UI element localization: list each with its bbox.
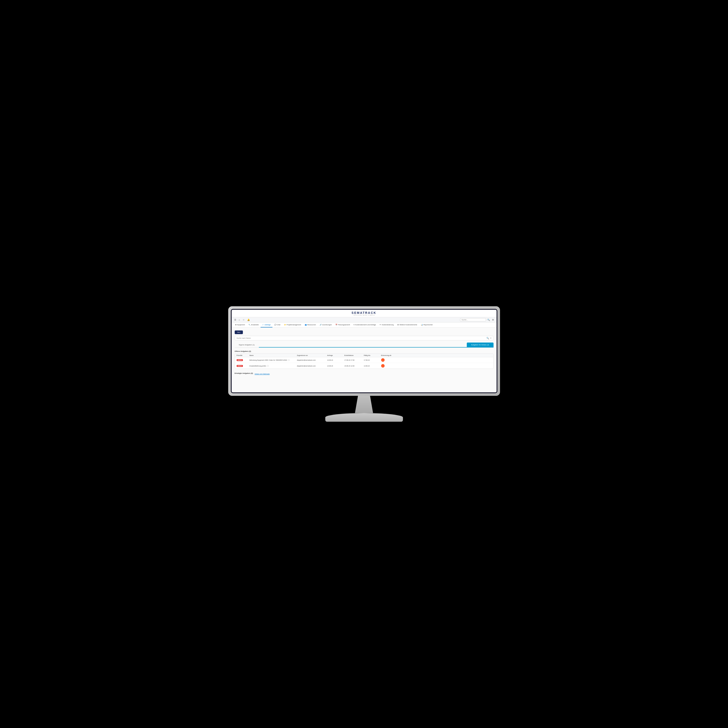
new-button[interactable]: Neu: [235, 330, 243, 334]
nav-item-weitere[interactable]: ⊞ Weitere Kostenelemente: [396, 323, 419, 327]
col-request: Anfrage: [327, 355, 344, 356]
table-row[interactable]: HOCH Ersatzteillieferung prüfen ⓘ dispat…: [235, 363, 493, 369]
info-icon-2: ⓘ: [267, 365, 269, 367]
tab-eigene-label: Eigene Aufgaben (1): [239, 344, 255, 346]
nav-label-reportcenter: Reportcenter: [424, 324, 433, 326]
row1-request: 14.06.24: [327, 359, 344, 361]
row1-due: 17.06.24: [364, 359, 381, 361]
logo-name: SEMATRACK: [352, 311, 376, 315]
nav-label-projekt: Projektmanagement: [287, 324, 301, 326]
kostenänd-icon: ✏: [380, 324, 381, 326]
report-icon: 📊: [421, 324, 423, 326]
nav-label-planungsansicht: Planungsansicht: [338, 324, 350, 326]
auftraege-icon: ✓: [262, 324, 264, 326]
bell-button[interactable]: 🔔: [246, 318, 251, 321]
row1-priority: HOCH: [237, 359, 249, 361]
chat-icon: 💬: [274, 324, 276, 326]
logo-subtitle: TRACKING MADE SIMPLE: [353, 315, 375, 316]
row2-priority: HOCH: [237, 365, 249, 367]
monitor-screen: SEMATRACK TRACKING MADE SIMPLE ☰ ⌂ ☆ 🔔 🔍: [232, 310, 497, 392]
open-section-title: Offene Aufgaben (2): [235, 350, 494, 352]
search-bar: 🔍 ✕: [235, 336, 494, 340]
nav-label-ersatzteile: Ersatzteile: [251, 324, 258, 326]
weitere-icon: ⊞: [397, 324, 399, 326]
nav-item-chat[interactable]: 💬 Chat: [273, 323, 282, 327]
priority-badge-hoch-1: HOCH: [237, 359, 243, 361]
nav-item-auftraege[interactable]: ✓ Aufträge: [261, 323, 272, 327]
col-reminder: Erinnerung ab: [381, 355, 392, 356]
nav-item-zuordnungen[interactable]: 🔗 Zuordnungen: [318, 323, 334, 327]
app-logo: SEMATRACK TRACKING MADE SIMPLE: [352, 311, 376, 316]
row2-name: Ersatzteillieferung prüfen ⓘ: [249, 365, 297, 367]
row2-assigned: dispatcher@sematrack.com: [297, 365, 327, 367]
nav-item-planungsansicht[interactable]: 📅 Planungsansicht: [334, 323, 352, 327]
ersatzteile-icon: 🔧: [248, 324, 251, 326]
row1-action: →: [381, 358, 392, 362]
settings-button[interactable]: ⚙: [491, 318, 495, 321]
content-area: Neu 🔍 ✕ Eigene Aufgaben (1): [232, 328, 497, 392]
kosten-icon: €: [353, 324, 355, 326]
open-tasks-table: Priorität Name Zugewiesen an Anfrage Ers…: [235, 353, 494, 369]
ressourcen-icon: 👥: [305, 324, 307, 326]
nav-item-kostenuebersicht[interactable]: € Kostenübersicht und Anträge: [352, 323, 378, 327]
completed-title: Erledigte Aufgaben (0): [235, 372, 253, 374]
search-submit-button[interactable]: 🔍: [486, 318, 491, 321]
row1-name-text: Befundung Equipment 4363: Order-Nr. 5300…: [249, 359, 287, 361]
table-header: Priorität Name Zugewiesen an Anfrage Ers…: [235, 354, 493, 357]
nav-label-auftraege: Aufträge: [265, 324, 271, 326]
nav-label-kostenänderung: Kostenänderung: [382, 324, 394, 326]
clear-icon[interactable]: ✕: [490, 337, 492, 339]
search-icon: 🔍: [486, 337, 489, 339]
zuordnungen-icon: 🔗: [320, 324, 322, 326]
projekt-icon: 📁: [284, 324, 286, 326]
col-assigned: Zugewiesen an: [297, 355, 327, 356]
row1-assigned: dispatcher@sematrack.com: [297, 359, 327, 361]
completed-link[interactable]: Anlass vom Datensatz: [255, 373, 270, 375]
nav-label-chat: Chat: [277, 324, 280, 326]
toolbar: ☰ ⌂ ☆ 🔔 🔍 ⚙: [232, 317, 497, 323]
col-due: Fällig bis: [364, 355, 381, 356]
row2-action-button[interactable]: →: [381, 364, 385, 367]
tab-eigene[interactable]: Eigene Aufgaben (1): [235, 343, 259, 347]
monitor-neck: [349, 396, 379, 413]
nav-bar: ⊞ Equipment 🔧 Ersatzteile ✓ Aufträge 💬 C…: [232, 323, 497, 328]
nav-item-projektmanagement[interactable]: 📁 Projektmanagement: [282, 323, 303, 327]
nav-label-weitere: Weitere Kostenelemente: [399, 324, 417, 326]
col-priority: Priorität: [237, 355, 249, 356]
content-search-input[interactable]: [237, 337, 486, 339]
monitor-wrapper: SEMATRACK TRACKING MADE SIMPLE ☰ ⌂ ☆ 🔔 🔍: [213, 306, 515, 422]
home-button[interactable]: ⌂: [238, 318, 241, 321]
monitor-outer: SEMATRACK TRACKING MADE SIMPLE ☰ ⌂ ☆ 🔔 🔍: [228, 306, 500, 396]
toolbar-search-input[interactable]: [460, 318, 486, 321]
nav-label-kostenuebersicht: Kostenübersicht und Anträge: [355, 324, 376, 326]
completed-section: Erledigte Aufgaben (0) Anlass vom Datens…: [235, 372, 494, 376]
nav-item-ressourcen[interactable]: 👥 Ressourcen: [303, 323, 318, 327]
row2-request: 14.06.24: [327, 365, 344, 367]
tab-alle-label: Aufgaben für Anlass (2): [471, 344, 489, 346]
planungsansicht-icon: 📅: [335, 324, 337, 326]
row2-created: 15.06.24 12:00: [344, 365, 364, 367]
nav-label-equipment: Equipment: [237, 324, 245, 326]
menu-button[interactable]: ☰: [233, 318, 237, 321]
nav-label-ressourcen: Ressourcen: [307, 324, 316, 326]
priority-badge-hoch-2: HOCH: [237, 365, 243, 367]
nav-item-kostenänderung[interactable]: ✏ Kostenänderung: [378, 323, 395, 327]
row1-created: 17.06.24 17:00: [344, 359, 364, 361]
tabs-row: Eigene Aufgaben (1) Aufgaben für Anlass …: [235, 343, 494, 348]
completed-header: Erledigte Aufgaben (0) Anlass vom Datens…: [235, 372, 494, 376]
col-name: Name: [249, 355, 297, 356]
nav-item-ersatzteile[interactable]: 🔧 Ersatzteile: [247, 323, 260, 327]
star-button[interactable]: ☆: [242, 318, 245, 321]
monitor-base: [325, 413, 403, 422]
tab-alle[interactable]: Aufgaben für Anlass (2): [467, 343, 494, 347]
nav-item-equipment[interactable]: ⊞ Equipment: [233, 323, 247, 327]
row2-action: →: [381, 364, 392, 367]
search-bar-icons: 🔍 ✕: [486, 337, 492, 339]
toolbar-search: 🔍 ⚙: [460, 318, 495, 321]
row2-due: 14.06.24: [364, 365, 381, 367]
row1-action-button[interactable]: →: [381, 358, 385, 362]
nav-label-zuordnungen: Zuordnungen: [322, 324, 332, 326]
table-row[interactable]: HOCH Befundung Equipment 4363: Order-Nr.…: [235, 357, 493, 363]
nav-item-reportcenter[interactable]: 📊 Reportcenter: [419, 323, 434, 327]
info-icon-1: ⓘ: [288, 359, 290, 361]
